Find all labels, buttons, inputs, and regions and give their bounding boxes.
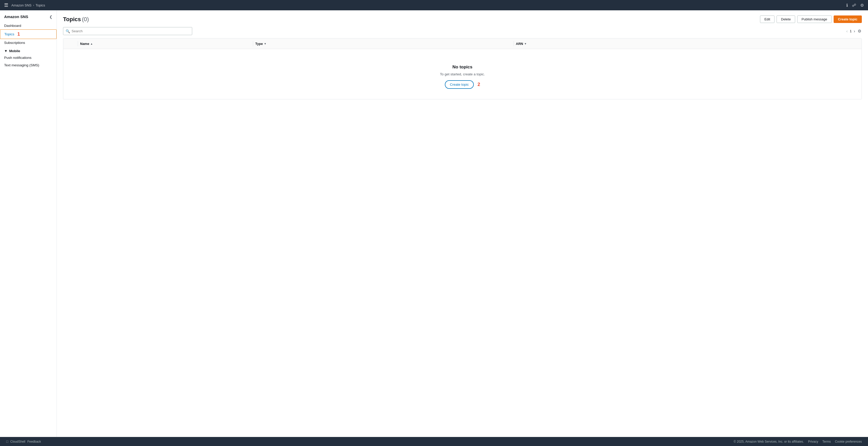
sidebar-item-dashboard[interactable]: Dashboard	[0, 22, 57, 29]
empty-state: No topics To get started, create a topic…	[63, 49, 862, 99]
col-header-type[interactable]: Type ▼	[255, 42, 512, 46]
edit-button[interactable]: Edit	[760, 15, 774, 23]
chevron-down-icon: ▼	[4, 49, 7, 53]
sidebar-header: Amazon SNS ❮	[0, 14, 57, 22]
search-icon: 🔍	[66, 29, 70, 33]
page-header: Topics (0) Edit Delete Publish message C…	[63, 15, 862, 23]
breadcrumb: Amazon SNS › Topics	[11, 3, 45, 7]
privacy-link[interactable]: Privacy	[808, 440, 818, 443]
annotation-2: 2	[477, 82, 480, 87]
page-title-container: Topics (0)	[63, 16, 89, 23]
cloud-upload-icon[interactable]: ☍	[852, 3, 856, 8]
col-header-arn[interactable]: ARN ▼	[516, 42, 858, 46]
header-actions: Edit Delete Publish message Create topic	[760, 15, 862, 23]
collapse-sidebar-icon[interactable]: ❮	[49, 15, 53, 19]
search-input[interactable]	[63, 27, 192, 35]
footer: □ CloudShell Feedback © 2025, Amazon Web…	[0, 437, 868, 446]
info-icon[interactable]: ℹ	[846, 3, 848, 8]
breadcrumb-separator: ›	[33, 4, 34, 7]
settings-icon[interactable]: ⚙	[860, 3, 864, 8]
page-count: (0)	[82, 16, 89, 23]
top-nav: ☰ Amazon SNS › Topics ℹ ☍ ⚙	[0, 0, 868, 10]
divider-3	[514, 41, 514, 46]
footer-right: © 2025, Amazon Web Services, Inc. or its…	[734, 440, 862, 443]
feedback-link[interactable]: Feedback	[27, 440, 41, 443]
sidebar-mobile-section[interactable]: ▼ Mobile	[0, 46, 57, 54]
sort-asc-icon: ▲	[90, 42, 93, 45]
next-page-button[interactable]: ›	[853, 28, 856, 34]
sidebar: Amazon SNS ❮ Dashboard Topics 1 Subscrip…	[0, 10, 57, 437]
top-nav-right: ℹ ☍ ⚙	[846, 3, 864, 8]
search-container: 🔍	[63, 27, 192, 35]
sidebar-item-topics[interactable]: Topics 1	[0, 29, 57, 39]
cookie-link[interactable]: Cookie preferences	[835, 440, 862, 443]
footer-copyright: © 2025, Amazon Web Services, Inc. or its…	[734, 440, 804, 443]
sidebar-mobile-label: Mobile	[9, 49, 20, 53]
delete-button[interactable]: Delete	[777, 15, 795, 23]
page-number: 1	[850, 29, 851, 33]
sort-desc-icon-arn: ▼	[524, 42, 527, 45]
sidebar-item-text-messaging[interactable]: Text messaging (SMS)	[0, 61, 57, 69]
cloudshell-icon: □	[6, 440, 8, 443]
prev-page-button[interactable]: ‹	[845, 28, 848, 34]
footer-left: □ CloudShell Feedback	[6, 440, 41, 443]
sidebar-mobile-nav: Push notifications Text messaging (SMS)	[0, 54, 57, 69]
table-settings-icon[interactable]: ⚙	[857, 28, 862, 34]
col-header-name[interactable]: Name ▲	[80, 42, 251, 46]
sidebar-title: Amazon SNS	[4, 14, 28, 19]
sidebar-item-subscriptions[interactable]: Subscriptions	[0, 39, 57, 46]
main-layout: Amazon SNS ❮ Dashboard Topics 1 Subscrip…	[0, 10, 868, 437]
table-header-row: Name ▲ Type ▼ ARN ▼	[63, 38, 862, 49]
sidebar-nav: Dashboard Topics 1 Subscriptions	[0, 22, 57, 46]
empty-title: No topics	[452, 65, 472, 70]
hamburger-icon[interactable]: ☰	[4, 2, 8, 8]
cloudshell-link[interactable]: CloudShell	[10, 440, 25, 443]
topics-table: Name ▲ Type ▼ ARN ▼ No topics To get sta…	[63, 38, 862, 99]
annotation-1: 1	[17, 32, 20, 37]
create-topic-button-header[interactable]: Create topic	[834, 15, 862, 23]
top-nav-left: ☰ Amazon SNS › Topics	[4, 2, 45, 8]
terms-link[interactable]: Terms	[822, 440, 831, 443]
create-topic-button-empty[interactable]: Create topic	[445, 80, 474, 89]
divider-1	[78, 41, 78, 46]
publish-message-button[interactable]: Publish message	[797, 15, 832, 23]
page-title: Topics	[63, 16, 81, 23]
sort-desc-icon-type: ▼	[264, 42, 267, 45]
breadcrumb-link-sns[interactable]: Amazon SNS	[11, 3, 32, 7]
sidebar-item-push-notifications[interactable]: Push notifications	[0, 54, 57, 61]
empty-subtitle: To get started, create a topic.	[440, 72, 485, 76]
content-area: Topics (0) Edit Delete Publish message C…	[57, 10, 868, 437]
breadcrumb-current: Topics	[36, 3, 45, 7]
search-pagination-row: 🔍 ‹ 1 › ⚙	[63, 27, 862, 35]
pagination-controls: ‹ 1 › ⚙	[845, 28, 862, 34]
